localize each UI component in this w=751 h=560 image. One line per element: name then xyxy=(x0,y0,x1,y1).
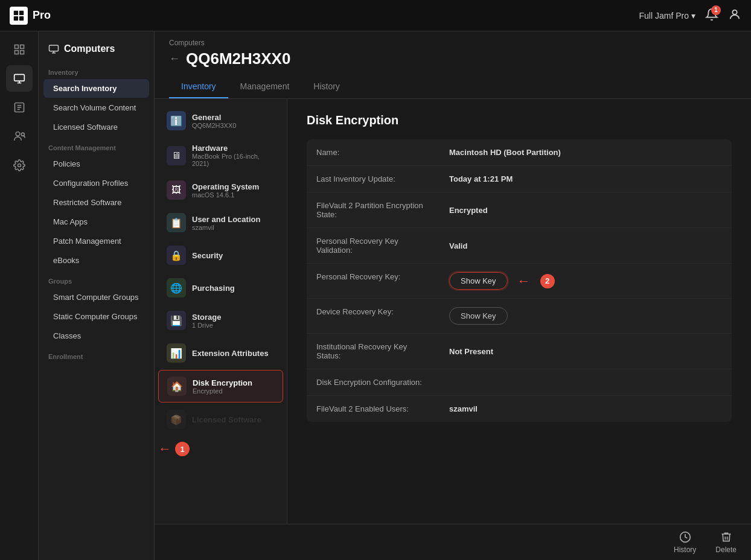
sidebar-item-policies[interactable]: Policies xyxy=(43,154,149,173)
sidebar-item-static-groups[interactable]: Static Computer Groups xyxy=(43,307,149,326)
user-location-icon: 📋 xyxy=(167,213,186,232)
svg-rect-9 xyxy=(14,74,24,81)
security-icon: 🔒 xyxy=(167,246,186,265)
detail-row-name: Name: Macintosh HD (Boot Partition) xyxy=(307,139,732,166)
nav-item-storage[interactable]: 💾 Storage 1 Drive xyxy=(158,305,283,336)
logo-icon xyxy=(10,7,28,25)
icon-sidebar xyxy=(0,31,39,560)
licensed-software-icon: 📦 xyxy=(167,410,186,429)
left-sidebar: Computers Inventory Search Inventory Sea… xyxy=(39,31,155,560)
tabs: Inventory Management History xyxy=(169,75,737,98)
history-button[interactable]: History xyxy=(674,531,696,554)
nav-item-user-location[interactable]: 📋 User and Location szamvil xyxy=(158,207,283,238)
top-nav-right: Full Jamf Pro ▾ 1 xyxy=(639,8,741,24)
purchasing-icon: 🌐 xyxy=(167,278,186,298)
chevron-down-icon: ▾ xyxy=(691,11,695,21)
app-logo: Pro xyxy=(10,7,51,25)
instance-selector[interactable]: Full Jamf Pro ▾ xyxy=(639,11,695,21)
notifications-button[interactable]: 1 xyxy=(705,8,718,24)
nav-item-os[interactable]: 🖼 Operating System macOS 14.6.1 xyxy=(158,174,283,206)
nav-item-general[interactable]: ℹ️ General QQ6M2H3XX0 xyxy=(158,105,283,136)
sidebar-icon-computers[interactable] xyxy=(6,65,33,92)
value-last-update: Today at 1:21 PM xyxy=(439,166,732,192)
sidebar-icon-settings[interactable] xyxy=(6,152,33,179)
detail-row-drk: Device Recovery Key: Show Key xyxy=(307,299,732,334)
detail-row-last-update: Last Inventory Update: Today at 1:21 PM xyxy=(307,166,732,192)
sidebar-item-smart-groups[interactable]: Smart Computer Groups xyxy=(43,288,149,307)
os-icon: 🖼 xyxy=(167,180,186,200)
back-button[interactable]: ← xyxy=(169,52,180,65)
user-menu-button[interactable] xyxy=(728,8,741,24)
sidebar-header: Computers xyxy=(39,39,154,62)
nav-item-licensed-software[interactable]: 📦 Licensed Software xyxy=(158,404,283,435)
nav-item-hardware[interactable]: 🖥 Hardware MacBook Pro (16-inch, 2021) xyxy=(158,138,283,173)
sidebar-item-ebooks[interactable]: eBooks xyxy=(43,251,149,270)
value-irk-status: Not Present xyxy=(439,334,732,369)
sidebar-icon-reports[interactable] xyxy=(6,94,33,121)
value-name: Macintosh HD (Boot Partition) xyxy=(439,139,732,165)
delete-button[interactable]: Delete xyxy=(715,531,737,554)
page-title: QQ6M2H3XX0 xyxy=(186,49,290,68)
value-encryption-state: Encrypted xyxy=(439,192,732,228)
notification-badge: 1 xyxy=(711,5,721,15)
svg-point-14 xyxy=(16,132,20,136)
annotation-badge-2: 2 xyxy=(540,274,555,288)
sidebar-item-licensed-software[interactable]: Licensed Software xyxy=(43,118,149,136)
svg-rect-1 xyxy=(19,10,24,14)
label-last-update: Last Inventory Update: xyxy=(307,166,439,192)
sidebar-category-inventory: Inventory xyxy=(39,62,154,78)
value-dec xyxy=(439,369,732,395)
tab-inventory[interactable]: Inventory xyxy=(169,75,228,98)
label-prk: Personal Recovery Key: xyxy=(307,264,439,298)
label-prk-validation: Personal Recovery Key Validation: xyxy=(307,228,439,263)
label-encryption-state: FileVault 2 Partition Encryption State: xyxy=(307,192,439,228)
svg-point-4 xyxy=(732,10,737,14)
label-dec: Disk Encryption Configuration: xyxy=(307,369,439,395)
bottom-toolbar: History Delete xyxy=(155,524,751,560)
sidebar-icon-dashboard[interactable] xyxy=(6,36,33,63)
top-navbar: Pro Full Jamf Pro ▾ 1 xyxy=(0,0,751,31)
detail-row-dec: Disk Encryption Configuration: xyxy=(307,369,732,396)
value-drk: Show Key xyxy=(439,299,732,333)
show-key-button-drk[interactable]: Show Key xyxy=(449,307,508,325)
nav-item-security[interactable]: 🔒 Security xyxy=(158,240,283,271)
sidebar-item-search-inventory[interactable]: Search Inventory xyxy=(43,79,149,98)
svg-rect-0 xyxy=(14,10,18,14)
nav-item-disk-encryption[interactable]: 🏠 Disk Encryption Encrypted xyxy=(158,370,283,402)
sidebar-category-content: Content Management xyxy=(39,137,154,154)
middle-nav-panel: ℹ️ General QQ6M2H3XX0 🖥 Hardware MacBook… xyxy=(155,99,287,524)
svg-rect-2 xyxy=(14,16,18,20)
sidebar-item-restricted-software[interactable]: Restricted Software xyxy=(43,193,149,212)
svg-point-16 xyxy=(18,164,21,167)
general-icon: ℹ️ xyxy=(167,111,186,130)
show-key-button-prk[interactable]: Show Key xyxy=(449,272,508,290)
arrow-icon-2: ← xyxy=(517,273,531,289)
sidebar-item-search-volume[interactable]: Search Volume Content xyxy=(43,98,149,117)
svg-rect-7 xyxy=(14,51,18,54)
tab-management[interactable]: Management xyxy=(228,75,302,98)
detail-row-fv2-users: FileVault 2 Enabled Users: szamvil xyxy=(307,396,732,422)
page-title-row: ← QQ6M2H3XX0 xyxy=(169,49,737,68)
value-prk: Show Key ← 2 xyxy=(439,264,732,298)
nav-item-purchasing[interactable]: 🌐 Purchasing xyxy=(158,272,283,304)
detail-row-prk-validation: Personal Recovery Key Validation: Valid xyxy=(307,228,732,264)
app-title: Pro xyxy=(33,9,51,22)
tab-history[interactable]: History xyxy=(301,75,352,98)
sidebar-item-patch-management[interactable]: Patch Management xyxy=(43,232,149,250)
sidebar-icon-users[interactable] xyxy=(6,123,33,150)
sidebar-item-mac-apps[interactable]: Mac Apps xyxy=(43,212,149,231)
detail-title: Disk Encryption xyxy=(307,113,732,127)
label-drk: Device Recovery Key: xyxy=(307,299,439,333)
hardware-icon: 🖥 xyxy=(167,146,186,165)
detail-table: Name: Macintosh HD (Boot Partition) Last… xyxy=(307,139,732,422)
breadcrumb: Computers xyxy=(169,39,737,47)
value-prk-validation: Valid xyxy=(439,228,732,263)
svg-rect-5 xyxy=(14,45,18,49)
svg-rect-6 xyxy=(20,45,24,49)
sidebar-item-config-profiles[interactable]: Configuration Profiles xyxy=(43,174,149,192)
sidebar-item-classes[interactable]: Classes xyxy=(43,326,149,345)
annotation-1: ← 1 xyxy=(155,436,287,457)
content-area: Computers ← QQ6M2H3XX0 Inventory Managem… xyxy=(155,31,751,560)
nav-item-extension-attributes[interactable]: 📊 Extension Attributes xyxy=(158,337,283,369)
sidebar-category-groups: Groups xyxy=(39,270,154,287)
